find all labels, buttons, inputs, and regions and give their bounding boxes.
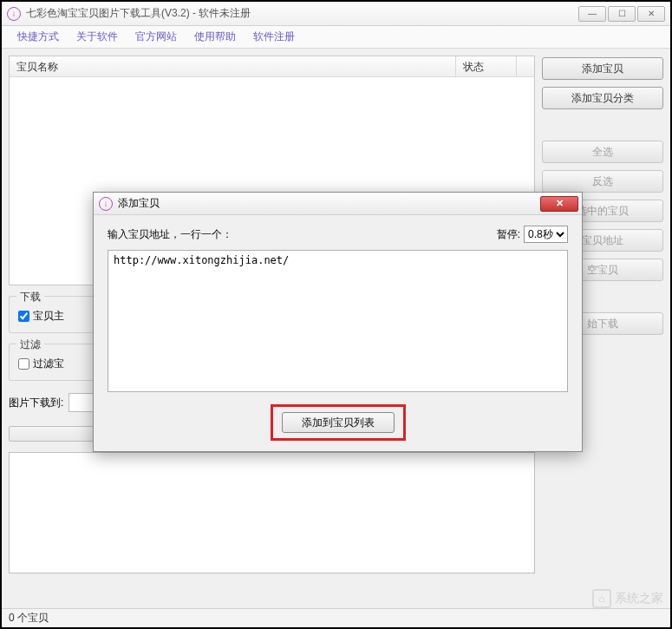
select-all-button[interactable]: 全选 xyxy=(542,141,663,163)
dialog-icon: ↓ xyxy=(99,197,113,211)
dialog-body: 输入宝贝地址，一行一个： 暂停: 0.8秒 添加到宝贝列表 xyxy=(94,215,582,451)
close-button[interactable]: ✕ xyxy=(637,6,665,22)
menu-shortcut[interactable]: 快捷方式 xyxy=(9,26,68,48)
dialog-titlebar: ↓ 添加宝贝 ✕ xyxy=(94,193,582,215)
dialog-input-label: 输入宝贝地址，一行一个： xyxy=(108,227,232,242)
col-name[interactable]: 宝贝名称 xyxy=(10,56,456,76)
pause-group: 暂停: 0.8秒 xyxy=(497,226,568,243)
filter-check-input[interactable] xyxy=(18,358,29,370)
menu-about[interactable]: 关于软件 xyxy=(68,26,127,48)
watermark-text: 系统之家 xyxy=(615,591,663,606)
minimize-button[interactable]: — xyxy=(578,6,606,22)
menu-register[interactable]: 软件注册 xyxy=(245,26,303,48)
watermark: ⌂ 系统之家 xyxy=(592,589,663,608)
statusbar: 0 个宝贝 xyxy=(2,608,670,627)
url-textarea[interactable] xyxy=(108,250,568,392)
status-count: 0 个宝贝 xyxy=(9,611,49,626)
main-titlebar: ↓ 七彩色淘宝宝贝图片下载工具(V3.2) - 软件未注册 — ☐ ✕ xyxy=(2,2,670,26)
col-status[interactable]: 状态 xyxy=(456,56,517,76)
menubar: 快捷方式 关于软件 官方网站 使用帮助 软件注册 xyxy=(2,26,670,49)
log-area[interactable] xyxy=(9,452,535,573)
download-main-check-input[interactable] xyxy=(18,311,29,322)
highlight-box: 添加到宝贝列表 xyxy=(271,404,406,441)
menu-website[interactable]: 官方网站 xyxy=(127,26,186,48)
add-to-list-button[interactable]: 添加到宝贝列表 xyxy=(282,412,395,433)
add-category-button[interactable]: 添加宝贝分类 xyxy=(542,87,663,109)
pause-select[interactable]: 0.8秒 xyxy=(524,226,568,243)
filter-label: 过滤宝 xyxy=(33,357,64,371)
add-item-dialog: ↓ 添加宝贝 ✕ 输入宝贝地址，一行一个： 暂停: 0.8秒 添加到宝贝列表 xyxy=(93,192,583,452)
download-main-label: 宝贝主 xyxy=(33,309,64,324)
app-icon: ↓ xyxy=(7,7,21,21)
menu-help[interactable]: 使用帮助 xyxy=(186,26,245,48)
dialog-label-row: 输入宝贝地址，一行一个： 暂停: 0.8秒 xyxy=(108,226,568,243)
table-header: 宝贝名称 状态 xyxy=(10,56,534,77)
col-end xyxy=(517,56,534,76)
path-label: 图片下载到: xyxy=(9,396,63,410)
watermark-icon: ⌂ xyxy=(592,589,611,608)
add-item-button[interactable]: 添加宝贝 xyxy=(542,57,663,80)
dialog-title: 添加宝贝 xyxy=(118,196,160,211)
dialog-button-row: 添加到宝贝列表 xyxy=(108,392,568,441)
window-controls: — ☐ ✕ xyxy=(578,6,665,22)
pause-label: 暂停: xyxy=(497,227,520,242)
dialog-close-button[interactable]: ✕ xyxy=(540,196,578,212)
window-title: 七彩色淘宝宝贝图片下载工具(V3.2) - 软件未注册 xyxy=(26,6,578,21)
maximize-button[interactable]: ☐ xyxy=(608,6,636,22)
invert-select-button[interactable]: 反选 xyxy=(542,170,663,193)
filter-group-title: 过滤 xyxy=(16,337,44,352)
download-group-title: 下载 xyxy=(16,290,44,305)
